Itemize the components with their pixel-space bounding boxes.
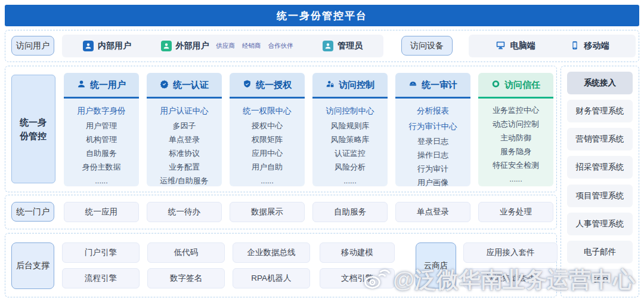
column-item: 多因子 [147,119,222,133]
systems-header: 系统接入 [567,72,633,94]
column-item: 操作日志 [395,148,470,162]
column-title: 统一认证 [173,79,209,91]
column-body: 访问控制中心 风险规则库 风险策略库 认证监控 风险分析 ...... [312,99,388,186]
column-item: 动态访问控制 [478,117,553,131]
backend-item: 数字签名 [147,268,225,288]
column-item: 统一权限中心 [230,103,305,119]
column-header: 统一审计 [395,73,470,99]
column-item: 主动防御 [478,131,553,145]
user-icon [77,79,86,90]
backend-item: 移动建模 [320,242,395,263]
device-pc: 电脑端 [496,40,535,52]
backend-item: 低代码 [147,242,225,263]
column-body: 业务监控中心 动态访问控制 主动防御 服务隐身 特征安全检测 ...... [478,99,553,186]
identity-column-access-control: 访问控制 访问控制中心 风险规则库 风险策略库 认证监控 风险分析 ...... [312,73,388,186]
system-item: ERP [567,269,633,291]
column-item: 应用中心 [230,146,305,160]
admin-user-icon [323,41,333,51]
column-item: 行为审计 [395,162,470,176]
column-title: 访问控制 [339,79,374,91]
column-header: 统一认证 [147,73,222,99]
user-sub-label: 经销商 [242,42,261,50]
column-item: 用户自助 [230,160,305,174]
column-item: 机构管理 [64,133,139,146]
column-item: ...... [312,174,388,188]
column-item: 风险策略库 [312,133,388,146]
system-item: 电子邮件 [567,241,633,263]
user-group-external: 外部用户 供应商 经销商 合作伙伴 [161,41,293,51]
column-title: 统一审计 [422,79,457,91]
identity-column-unified-user: 统一用户 用户数字身份 用户管理 机构管理 自助服务 身份主数据 ...... [64,73,139,186]
portal-section: 统一门户 统一应用 统一待办 数据展示 自助服务 单点登录 业务处理 [5,195,557,229]
portal-item: 统一应用 [64,202,139,222]
column-item: ...... [478,172,553,186]
column-item: 访问控制中心 [312,103,388,119]
backend-section: 后台支撑 门户引擎 低代码 企业数据总线 移动建模 流程引擎 数字签名 RPA机… [5,233,557,297]
access-users-label: 访问用户 [11,36,54,56]
column-item: 行为审计中心 [395,119,470,134]
page: 统一身份管控平台 访问用户 内部用户 外部用户 供应商 经销商 合作伙伴 [0,0,644,301]
identity-column-unified-auth: 统一认证 用户认证中心 多因子 单点登录 标准协议 业务配置 运维/自助服务 [147,73,222,186]
monitor-icon [496,40,506,52]
identity-column-access-trust: 访问信任 业务监控中心 动态访问控制 主动防御 服务隐身 特征安全检测 ....… [478,73,553,186]
user-sub-label: 合作伙伴 [268,42,293,50]
column-item: 分析报表 [395,103,470,119]
user-group-label: 外部用户 [176,41,209,51]
column-item: 业务配置 [147,160,222,174]
column-item: 用户画像 [395,176,470,189]
column-item: 单点登录 [147,133,222,146]
column-item: ...... [230,174,305,188]
column-title: 访问信任 [504,79,540,91]
device-mobile: 移动端 [570,41,609,52]
column-item: 特征安全检测 [478,158,553,172]
portal-items: 统一应用 统一待办 数据展示 自助服务 单点登录 业务处理 [64,202,553,222]
system-item: 人事管理系统 [567,213,633,235]
trust-circle-icon [491,79,500,90]
device-label: 移动端 [584,41,609,51]
access-users-row: 访问用户 内部用户 外部用户 供应商 经销商 合作伙伴 [5,30,639,62]
user-lock-icon [326,79,335,90]
external-user-icon [161,41,172,51]
column-body: 统一权限中心 授权中心 权限矩阵 应用中心 用户自助 ...... [230,99,305,186]
portal-item: 自助服务 [312,202,388,222]
shield-check-icon [243,79,252,90]
access-devices-label: 访问设备 [401,36,453,56]
column-title: 统一用户 [90,79,126,91]
column-item: 风险规则库 [312,119,388,133]
column-item: 运维/自助服务 [147,174,222,188]
column-item: 用户管理 [64,119,139,133]
portal-item: 数据展示 [230,202,305,222]
portal-section-label: 统一门户 [11,202,54,222]
column-item: 用户认证中心 [147,103,222,119]
backend-item: 认证集成套件 [463,268,558,288]
portal-item: 统一待办 [147,202,222,222]
backend-item: 应用接入套件 [463,242,558,263]
backend-item: 企业数据总线 [233,242,310,263]
column-header: 访问控制 [312,73,388,99]
user-group-admin: 管理员 [323,41,363,51]
column-title: 统一授权 [256,79,292,91]
backend-section-label: 后台支撑 [11,242,54,289]
badge-check-icon [160,79,169,90]
user-sub-label: 供应商 [216,42,236,50]
user-group-internal: 内部用户 [83,41,131,51]
police-cap-icon [408,79,417,90]
identity-column-unified-authorization: 统一授权 统一权限中心 授权中心 权限矩阵 应用中心 用户自助 ...... [230,73,305,186]
column-item: 风险分析 [312,160,388,174]
identity-section: 统一身份管控 统一用户 用户数字身份 用户管理 机构管理 自助服务 身份主数据 … [5,66,557,192]
column-item: 标准协议 [147,146,222,160]
column-header: 访问信任 [478,73,553,99]
identity-section-label: 统一身份管控 [11,75,55,183]
backend-item: 流程引擎 [62,268,140,288]
system-item: 项目管理系统 [567,185,633,207]
portal-item: 单点登录 [395,202,470,222]
backend-item: 门户引擎 [62,242,140,263]
portal-item: 业务处理 [478,202,553,222]
identity-columns: 统一用户 用户数字身份 用户管理 机构管理 自助服务 身份主数据 ...... … [64,73,553,186]
system-item: 财务管理系统 [567,100,633,122]
column-item: ...... [64,174,139,188]
column-item: 权限矩阵 [230,133,305,146]
user-group-label: 管理员 [338,41,363,51]
column-item: 认证监控 [312,146,388,160]
system-item: 招采管理系统 [567,156,633,179]
